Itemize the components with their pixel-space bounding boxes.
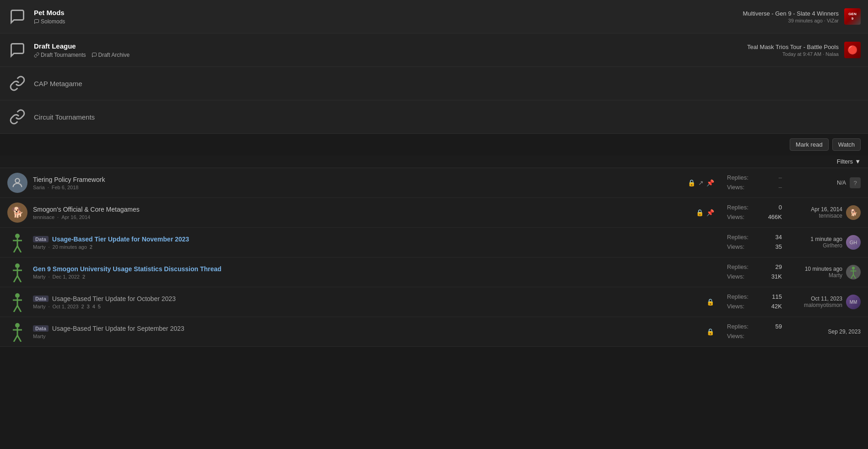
thread-list: Tiering Policy Framework Saria · Feb 6, …: [0, 168, 868, 347]
thread-title[interactable]: Smogon's Official & Core Metagames: [33, 206, 140, 213]
replies-row: Replies: 0: [727, 203, 782, 213]
avatar: [7, 232, 27, 252]
thread-row[interactable]: Data Usage-Based Tier Update for October…: [0, 287, 868, 317]
page-link[interactable]: 2: [82, 274, 85, 279]
svg-point-0: [15, 179, 19, 183]
thread-title[interactable]: Usage-Based Tier Update for October 2023: [52, 295, 176, 302]
replies-row: Replies: 34: [727, 233, 782, 242]
thread-last: Sep 29, 2023: [787, 329, 861, 335]
avatar: GH: [846, 235, 861, 250]
forum-info-pet-mods: Pet Mods Solomods: [34, 9, 65, 25]
thread-last: Oct 11, 2023 malomyotismon MM: [787, 295, 861, 309]
forum-title-circuit-tournaments[interactable]: Circuit Tournaments: [34, 113, 95, 121]
thread-row[interactable]: Data Usage-Based Tier Update for Novembe…: [0, 228, 868, 257]
thread-stats: Replies: 34 Views: 35: [727, 233, 782, 252]
page-link[interactable]: 2: [81, 304, 84, 309]
avatar: 🐕: [7, 203, 27, 223]
thread-title[interactable]: Gen 9 Smogon University Usage Statistics…: [33, 265, 222, 273]
thread-meta: Marty · Dec 1, 2022 2: [33, 274, 722, 279]
lock-icon: 🔒: [688, 179, 695, 186]
thread-meta: Saria · Feb 6, 2018: [33, 185, 682, 190]
thread-icons: 🔒 ↗ 📌: [688, 179, 714, 186]
svg-line-10: [17, 276, 21, 282]
avatar: [7, 292, 27, 312]
mark-read-button[interactable]: Mark read: [790, 138, 829, 151]
last-post-title-draft-league[interactable]: Teal Mask Trios Tour - Battle Pools: [747, 44, 839, 50]
thread-main: Data Usage-Based Tier Update for October…: [33, 295, 701, 309]
page-link[interactable]: 4: [92, 304, 95, 309]
chat-icon-pet-mods: [7, 6, 27, 27]
svg-line-4: [14, 246, 17, 252]
svg-line-14: [851, 274, 853, 279]
sublink-solomods[interactable]: Solomods: [34, 18, 65, 25]
svg-line-24: [14, 335, 17, 342]
avatar: [7, 173, 27, 193]
avatar: 🐕: [846, 205, 861, 220]
thread-meta: tennisace · Apr 16, 2014: [33, 214, 690, 220]
forum-title-cap-metagame[interactable]: CAP Metagame: [34, 80, 82, 88]
page-link[interactable]: 2: [90, 244, 92, 250]
svg-line-19: [14, 306, 17, 312]
thread-controls: Mark read Watch: [0, 134, 868, 155]
last-info: Apr 16, 2014 tennisace: [811, 206, 842, 219]
forum-section-draft-league[interactable]: Draft League Draft Tournaments Draft Arc…: [0, 33, 868, 67]
thread-meta: Marty · Oct 1, 2023 2 3 4 5: [33, 304, 701, 309]
thread-title[interactable]: Usage-Based Tier Update for November 202…: [52, 235, 189, 243]
last-post-title-pet-mods[interactable]: Multiverse - Gen 9 - Slate 4 Winners: [743, 10, 839, 17]
thread-main: Tiering Policy Framework Saria · Feb 6, …: [33, 176, 682, 190]
forum-section-pet-mods[interactable]: Pet Mods Solomods Multiverse - Gen 9 - S…: [0, 0, 868, 33]
forum-info-draft-league: Draft League Draft Tournaments Draft Arc…: [34, 42, 130, 58]
sublink-draft-tournaments[interactable]: Draft Tournaments: [34, 52, 86, 58]
avatar: [7, 322, 27, 342]
thread-last: N/A ?: [787, 177, 861, 188]
sublink-draft-archive[interactable]: Draft Archive: [92, 52, 130, 58]
thread-row[interactable]: Gen 9 Smogon University Usage Statistics…: [0, 257, 868, 287]
page-link[interactable]: 5: [98, 304, 101, 309]
thread-tag: Data: [33, 325, 49, 332]
thread-title-row: Smogon's Official & Core Metagames: [33, 206, 690, 213]
thread-main: Gen 9 Smogon University Usage Statistics…: [33, 265, 722, 279]
last-info: Sep 29, 2023: [828, 329, 861, 335]
avatar: MM: [846, 295, 861, 309]
avatar: [7, 262, 27, 282]
thread-icons: 🔒: [706, 298, 714, 306]
forum-section-cap-metagame[interactable]: CAP Metagame: [0, 67, 868, 100]
views-row: Views: 31K: [727, 272, 782, 282]
replies-row: Replies: –: [727, 173, 782, 183]
thread-title[interactable]: Tiering Policy Framework: [33, 176, 105, 183]
thread-stats: Replies: 115 Views: 42K: [727, 292, 782, 312]
thread-main: Data Usage-Based Tier Update for Septemb…: [33, 325, 701, 339]
replies-row: Replies: 29: [727, 263, 782, 272]
avatar: [846, 265, 861, 279]
thread-row[interactable]: 🐕 Smogon's Official & Core Metagames ten…: [0, 198, 868, 228]
svg-line-25: [17, 335, 21, 342]
forum-title-draft-league[interactable]: Draft League: [34, 42, 130, 50]
question-button[interactable]: ?: [850, 177, 861, 188]
page-link[interactable]: 3: [87, 304, 90, 309]
forum-section-circuit-tournaments[interactable]: Circuit Tournaments: [0, 100, 868, 134]
forum-right-draft-league: Teal Mask Trios Tour - Battle Pools Toda…: [747, 42, 861, 58]
thread-last: 1 minute ago Girlhero GH: [787, 235, 861, 250]
thread-last: Apr 16, 2014 tennisace 🐕: [787, 205, 861, 220]
forum-left-pet-mods: Pet Mods Solomods: [7, 6, 65, 27]
views-row: Views: –: [727, 183, 782, 192]
last-post-thumb-pet-mods: GEN9: [844, 8, 861, 25]
chevron-down-icon: ▼: [855, 158, 861, 165]
thread-last: 10 minutes ago Marty: [787, 265, 861, 279]
last-post-meta-draft-league: Today at 9:47 AM · Nalaa: [747, 51, 839, 57]
replies-row: Replies: 59: [727, 322, 782, 332]
thread-row[interactable]: Tiering Policy Framework Saria · Feb 6, …: [0, 168, 868, 198]
thread-main: Smogon's Official & Core Metagames tenni…: [33, 206, 690, 220]
svg-point-6: [15, 263, 20, 268]
pin-icon: 📌: [706, 179, 714, 186]
forum-title-pet-mods[interactable]: Pet Mods: [34, 9, 65, 16]
forum-sublinks-pet-mods: Solomods: [34, 18, 65, 25]
filters-button[interactable]: Filters ▼: [837, 158, 861, 165]
link-icon-cap-metagame: [7, 73, 27, 93]
lock-icon: 🔒: [706, 298, 714, 306]
views-row: Views: 35: [727, 242, 782, 252]
thread-title-row: Data Usage-Based Tier Update for Septemb…: [33, 325, 701, 332]
watch-button[interactable]: Watch: [832, 138, 861, 151]
thread-title[interactable]: Usage-Based Tier Update for September 20…: [52, 325, 184, 332]
thread-row[interactable]: Data Usage-Based Tier Update for Septemb…: [0, 317, 868, 347]
